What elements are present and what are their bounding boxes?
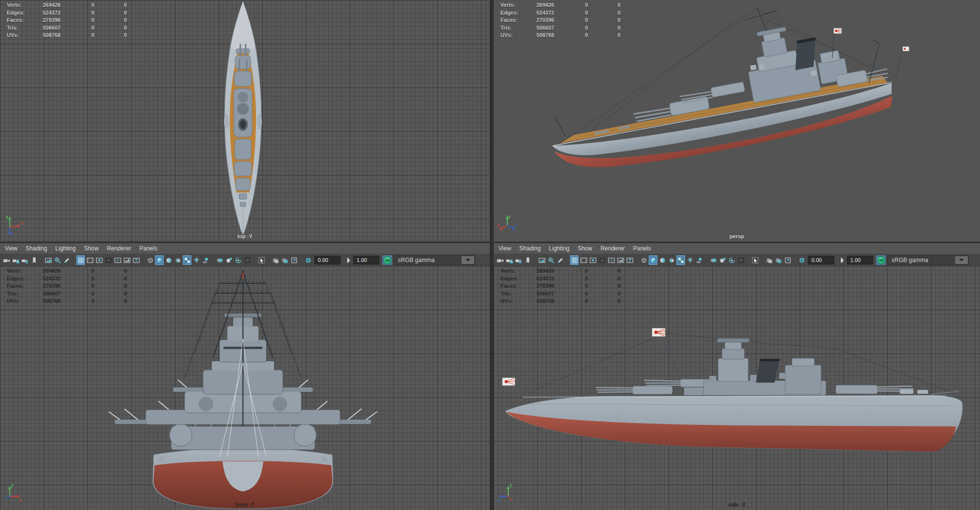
textured-mode-icon[interactable] xyxy=(667,255,676,265)
hud-value: 269426 xyxy=(536,267,585,275)
menu-item[interactable]: Shading xyxy=(519,245,541,252)
motion-blur-icon[interactable] xyxy=(727,255,736,265)
field-chart-icon[interactable] xyxy=(113,255,122,265)
select-camera-icon[interactable] xyxy=(2,255,11,265)
wireframe-mode-icon[interactable] xyxy=(146,255,155,265)
textured-mode-icon[interactable] xyxy=(173,255,182,265)
axis-y-label: y xyxy=(510,483,512,488)
safe-title-icon[interactable] xyxy=(625,255,634,265)
safe-action-icon[interactable] xyxy=(122,255,131,265)
exposure-field[interactable]: 0.00 xyxy=(808,256,834,264)
gamma-field[interactable]: 1.00 xyxy=(353,256,379,264)
toolbar-icon-strip xyxy=(2,255,312,265)
menu-item[interactable]: Panels xyxy=(139,245,157,252)
resolution-gate-icon[interactable] xyxy=(588,255,597,265)
chevron-down-icon[interactable] xyxy=(462,256,474,264)
hud-value: 0 xyxy=(618,267,647,275)
default-material-icon[interactable] xyxy=(658,255,667,265)
hud-value: 506607 xyxy=(536,24,585,32)
select-camera-icon[interactable] xyxy=(496,255,504,265)
menu-item[interactable]: Show xyxy=(84,245,99,252)
grease-pencil-icon[interactable] xyxy=(62,255,71,265)
xray-active-icon[interactable] xyxy=(774,255,783,265)
xray-icon[interactable] xyxy=(271,255,280,265)
image-plane-toggle-icon[interactable] xyxy=(290,255,298,265)
motion-blur-icon[interactable] xyxy=(234,255,242,265)
viewport-top[interactable]: Verts: 269426 0 0 Edges: 524372 0 0 Face… xyxy=(0,0,490,242)
shadows-icon[interactable] xyxy=(201,255,210,265)
menu-item[interactable]: Renderer xyxy=(601,245,625,252)
gamma-icon[interactable] xyxy=(836,255,845,265)
shaded-mode-icon[interactable] xyxy=(155,255,164,265)
film-gate-icon[interactable] xyxy=(86,255,94,265)
wireframe-mode-icon[interactable] xyxy=(639,255,648,265)
menu-item[interactable]: Lighting xyxy=(55,245,76,252)
menu-item[interactable]: View xyxy=(499,245,511,252)
multisample-icon[interactable] xyxy=(737,255,745,265)
field-chart-icon[interactable] xyxy=(607,255,616,265)
menu-item[interactable]: Panels xyxy=(633,245,651,252)
viewport-side[interactable]: Verts: 269426 0 0 Edges: 524372 0 0 Face… xyxy=(494,266,980,510)
camera-attributes-icon[interactable] xyxy=(514,255,523,265)
hud-value: 0 xyxy=(585,298,618,305)
menu-item[interactable]: Shading xyxy=(26,245,47,252)
colorspace-dropdown[interactable]: sRGB gamma xyxy=(394,255,475,265)
hud-label: Tris: xyxy=(7,290,43,298)
image-plane-icon[interactable] xyxy=(44,255,52,265)
gamma-field[interactable]: 1.00 xyxy=(847,256,873,264)
image-plane-icon[interactable] xyxy=(537,255,546,265)
gate-mask-icon[interactable] xyxy=(598,255,606,265)
film-gate-icon[interactable] xyxy=(579,255,588,265)
shadows-icon[interactable] xyxy=(695,255,704,265)
resolution-gate-icon[interactable] xyxy=(95,255,103,265)
exposure-icon[interactable] xyxy=(797,255,806,265)
axis-y-label: y xyxy=(11,483,14,488)
lock-camera-icon[interactable] xyxy=(11,255,20,265)
xray-active-icon[interactable] xyxy=(280,255,289,265)
isolate-select-icon[interactable] xyxy=(257,255,266,265)
exposure-field[interactable]: 0.00 xyxy=(314,256,341,264)
gate-mask-icon[interactable] xyxy=(104,255,113,265)
grid-toggle-icon[interactable] xyxy=(76,255,85,265)
camera-attributes-icon[interactable] xyxy=(20,255,29,265)
color-management-toggle[interactable]: ON xyxy=(876,255,886,265)
viewport-persp[interactable]: Verts: 269426 0 0 Edges: 524372 0 0 Face… xyxy=(494,0,980,242)
hud-row: Tris: 506607 0 0 xyxy=(7,24,153,32)
viewport-front[interactable]: Verts: 269426 0 0 Edges: 524372 0 0 Face… xyxy=(0,266,490,510)
chevron-down-icon[interactable] xyxy=(955,256,968,264)
textured-checker-icon[interactable] xyxy=(676,255,685,265)
multisample-icon[interactable] xyxy=(243,255,252,265)
menu-item[interactable]: Show xyxy=(578,245,592,252)
xray-icon[interactable] xyxy=(765,255,774,265)
lights-icon[interactable] xyxy=(192,255,201,265)
color-management-toggle[interactable]: ON xyxy=(382,255,392,265)
hud-row: Edges: 524372 0 0 xyxy=(500,9,647,17)
pan-zoom-icon[interactable] xyxy=(547,255,555,265)
isolate-select-icon[interactable] xyxy=(751,255,759,265)
exposure-icon[interactable] xyxy=(304,255,312,265)
ambient-occlusion-icon[interactable] xyxy=(215,255,224,265)
bookmark-icon[interactable] xyxy=(30,255,38,265)
grease-pencil-icon[interactable] xyxy=(556,255,565,265)
gamma-icon[interactable] xyxy=(343,255,351,265)
colorspace-dropdown[interactable]: sRGB gamma xyxy=(887,255,969,265)
lock-camera-icon[interactable] xyxy=(505,255,514,265)
depth-of-field-icon[interactable] xyxy=(224,255,233,265)
default-material-icon[interactable] xyxy=(164,255,173,265)
bookmark-icon[interactable] xyxy=(523,255,532,265)
hud-value: 0 xyxy=(124,17,153,24)
image-plane-toggle-icon[interactable] xyxy=(783,255,792,265)
pan-zoom-icon[interactable] xyxy=(53,255,62,265)
menu-item[interactable]: View xyxy=(5,245,17,252)
menu-item[interactable]: Renderer xyxy=(107,245,131,252)
hud-value: 524372 xyxy=(43,275,91,283)
safe-title-icon[interactable] xyxy=(132,255,140,265)
depth-of-field-icon[interactable] xyxy=(718,255,727,265)
textured-checker-icon[interactable] xyxy=(183,255,191,265)
ambient-occlusion-icon[interactable] xyxy=(709,255,718,265)
grid-toggle-icon[interactable] xyxy=(570,255,579,265)
lights-icon[interactable] xyxy=(686,255,694,265)
safe-action-icon[interactable] xyxy=(616,255,625,265)
shaded-mode-icon[interactable] xyxy=(649,255,657,265)
menu-item[interactable]: Lighting xyxy=(549,245,569,252)
